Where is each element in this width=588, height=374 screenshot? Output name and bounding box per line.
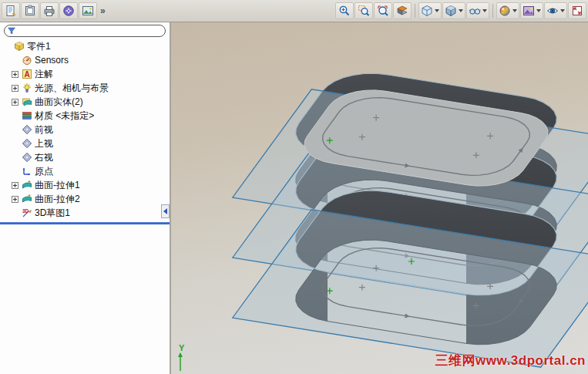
clipboard-icon <box>24 5 36 17</box>
compass-icon <box>62 5 75 17</box>
plane-icon <box>22 124 32 135</box>
dropdown-arrow-icon <box>482 9 487 12</box>
solidworks-window: » 零件1SensorsA注解光源、相机与布景曲面实体(2)材质 <未指定>前视… <box>0 0 588 374</box>
annotations-icon: A <box>22 69 32 79</box>
tree-item-label: 原点 <box>35 165 53 178</box>
display-style-button[interactable] <box>442 2 465 19</box>
watermark: 三维网www.3dportal.cn <box>435 352 586 369</box>
zoom-in-icon <box>338 5 351 17</box>
toolbar-right-group <box>335 2 586 19</box>
tree-item-origin[interactable]: 原点 <box>0 164 170 178</box>
apply-scene-button[interactable] <box>520 2 543 19</box>
tree-item-label: 材质 <未指定> <box>35 110 94 123</box>
display-style-icon <box>445 5 457 17</box>
tree-item-label: 光源、相机与布景 <box>35 82 109 95</box>
3d-model-scene[interactable] <box>171 22 588 374</box>
tree-item-label: 上视 <box>35 137 53 150</box>
axis-triad: Y <box>173 342 196 372</box>
zoom-area-icon <box>358 5 370 17</box>
tree-item-front-plane[interactable]: 前视 <box>0 123 170 136</box>
section-view-button[interactable] <box>393 2 412 19</box>
expand-icon[interactable] <box>12 98 20 106</box>
tree-item-lights-cameras[interactable]: 光源、相机与布景 <box>0 81 170 95</box>
tree-item-right-plane[interactable]: 右视 <box>0 150 170 164</box>
tree-item-label: 零件1 <box>27 40 51 53</box>
fullscreen-button[interactable] <box>568 2 586 19</box>
hide-items-button[interactable] <box>466 2 489 19</box>
zoom-fit-icon <box>377 5 389 17</box>
filter-funnel-icon <box>8 27 15 35</box>
svg-text:3D: 3D <box>22 208 29 214</box>
tree-item-label: 曲面-拉伸1 <box>35 179 80 192</box>
tree-item-material[interactable]: 材质 <未指定> <box>0 109 170 123</box>
expand-icon[interactable] <box>12 70 20 79</box>
toolbar-separator <box>492 4 493 18</box>
y-axis-arrowhead <box>178 352 183 357</box>
zoom-area-button[interactable] <box>354 2 373 19</box>
collapse-arrow-icon <box>163 208 167 214</box>
main-toolbar: » <box>0 0 588 22</box>
tree-item-top-plane[interactable]: 上视 <box>0 136 170 150</box>
surface-extrude-icon <box>22 194 32 204</box>
sensors-icon <box>22 55 32 66</box>
view-orientation-button[interactable] <box>418 2 442 19</box>
view-settings-button[interactable] <box>544 2 567 19</box>
material-icon <box>22 110 32 121</box>
featuremanager-filter-box[interactable] <box>4 25 166 37</box>
surface-bodies-icon <box>22 96 32 107</box>
image-button[interactable] <box>79 2 97 19</box>
dropdown-arrow-icon <box>536 9 541 12</box>
tree-item-part-root[interactable]: 零件1 <box>0 39 170 53</box>
featuremanager-panel: 零件1SensorsA注解光源、相机与布景曲面实体(2)材质 <未指定>前视上视… <box>0 22 171 374</box>
dropdown-arrow-icon <box>512 9 517 12</box>
tree-item-surface-extrude2[interactable]: 曲面-拉伸2 <box>0 192 170 206</box>
window-body: 零件1SensorsA注解光源、相机与布景曲面实体(2)材质 <未指定>前视上视… <box>0 22 588 374</box>
tree-item-label: 曲面-拉伸2 <box>35 193 80 206</box>
document-button[interactable] <box>2 2 20 19</box>
compass-button[interactable] <box>59 2 78 19</box>
tree-item-surface-bodies[interactable]: 曲面实体(2) <box>0 95 170 109</box>
tree-item-annotations[interactable]: A注解 <box>0 67 170 81</box>
zoom-in-button[interactable] <box>335 2 354 19</box>
dropdown-arrow-icon <box>560 9 565 12</box>
part-icon <box>14 41 25 52</box>
plane-icon <box>22 138 32 149</box>
expand-icon[interactable] <box>12 84 20 93</box>
dropdown-arrow-icon <box>435 9 439 12</box>
print-icon <box>43 5 55 17</box>
lights-icon <box>22 83 32 93</box>
tree-item-label: 前视 <box>35 123 53 136</box>
tree-item-label: 右视 <box>35 151 53 164</box>
image-icon <box>82 5 94 17</box>
dropdown-arrow-icon <box>459 9 463 12</box>
view-orientation-icon <box>421 5 433 17</box>
expand-icon[interactable] <box>12 195 20 204</box>
document-icon <box>5 5 17 17</box>
svg-text:A: A <box>24 70 29 79</box>
axis-y-label: Y <box>179 343 185 352</box>
edit-appearance-button[interactable] <box>496 2 519 19</box>
plane-icon <box>22 152 32 163</box>
clipboard-button[interactable] <box>21 2 39 19</box>
expand-icon[interactable] <box>12 181 20 190</box>
zoom-fit-button[interactable] <box>374 2 392 19</box>
tree-item-sketch3d1[interactable]: 3D3D草图1 <box>0 206 170 220</box>
tree-item-sensors[interactable]: Sensors <box>0 53 170 67</box>
tree-item-label: 3D草图1 <box>35 207 70 220</box>
edit-appearance-icon <box>499 5 511 17</box>
tree-item-label: 曲面实体(2) <box>35 96 83 109</box>
graphics-viewport[interactable]: Y 三维网www.3dportal.cn <box>171 22 588 374</box>
fullscreen-icon <box>571 5 583 17</box>
hide-items-icon <box>469 5 481 17</box>
tree-item-surface-extrude1[interactable]: 曲面-拉伸1 <box>0 178 170 192</box>
panel-splitter[interactable] <box>0 222 170 224</box>
toolbar-left-group <box>2 2 97 19</box>
print-button[interactable] <box>40 2 59 19</box>
tree-item-label: Sensors <box>35 55 69 66</box>
sketch3d-icon: 3D <box>22 207 32 218</box>
tree-item-label: 注解 <box>35 68 53 81</box>
toolbar-overflow-chevron[interactable]: » <box>100 5 106 16</box>
panel-collapse-arrow[interactable] <box>161 204 170 218</box>
toolbar-separator <box>415 4 415 18</box>
surface-extrude-icon <box>22 180 32 190</box>
